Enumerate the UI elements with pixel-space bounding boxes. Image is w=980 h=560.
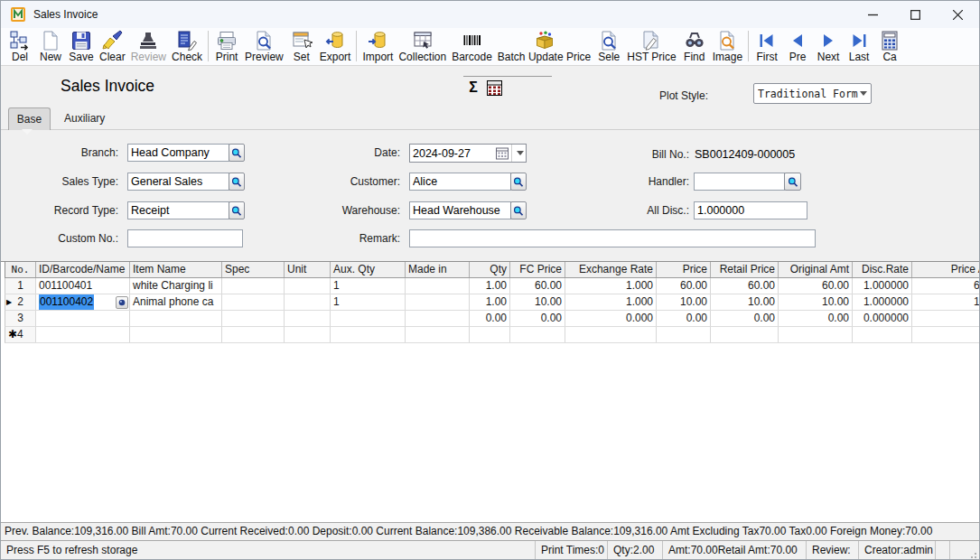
grid-cell-fc_price[interactable]: 0.00 [510,311,565,326]
date-input[interactable] [410,147,493,160]
grid-cell-retail_price[interactable]: 0.00 [711,311,779,326]
calendar-icon[interactable] [493,145,511,162]
grid-cell-price[interactable]: 0.00 [657,311,711,326]
grid-cell-aux_qty[interactable]: 1 [331,294,406,310]
resize-grip[interactable] [965,541,979,560]
grid-cell-unit[interactable] [285,294,331,310]
remark-input[interactable] [409,229,816,247]
grid-cell-fc_price[interactable] [510,327,565,342]
grid-cell-fc_price[interactable]: 10.00 [510,294,565,310]
grid-cell-spec[interactable] [222,278,285,294]
grid-cell-exchange_rate[interactable] [565,327,657,342]
grid-cell-disc_rate[interactable]: 1.000000 [853,278,912,294]
grid-column-header-spec[interactable]: Spec [222,262,285,277]
toolbar-batch-update-price-button[interactable]: Batch Update Price [495,30,593,63]
toolbar-pre-button[interactable]: Pre [782,30,813,63]
grid-cell-price[interactable] [657,327,711,342]
grid-cell-disc_rate[interactable]: 0.000000 [853,311,912,326]
date-dropdown-button[interactable] [511,145,526,162]
grid-cell-disc_rate[interactable]: 1.000000 [853,294,912,310]
grid-column-header-price[interactable]: Price [657,262,711,277]
record-type-input[interactable] [127,201,229,219]
grid-cell-aux_qty[interactable] [331,327,406,342]
grid-column-header-item[interactable]: Item Name [130,262,222,277]
toolbar-export-button[interactable]: Export [317,30,354,63]
custom-no-input[interactable] [127,229,243,247]
grid-cell-unit[interactable] [285,278,331,294]
toolbar-find-button[interactable]: Find [679,30,710,63]
toolbar-import-button[interactable]: Import [359,30,396,63]
toolbar-image-button[interactable]: Image [710,30,745,63]
grid-cell-spec[interactable] [222,327,285,342]
grid-column-header-no[interactable]: No. [5,262,36,277]
sum-sigma-icon[interactable]: Σ [465,79,481,97]
grid-column-header-qty[interactable]: Qty [470,262,510,277]
tab-auxiliary[interactable]: Auxiliary [61,107,108,130]
toolbar-save-button[interactable]: Save [66,30,97,63]
handler-input[interactable] [694,173,785,191]
tab-base[interactable]: Base [8,107,51,130]
cell-lookup-button[interactable] [116,296,128,309]
toolbar-preview-button[interactable]: Preview [242,30,286,63]
grid-column-header-price_after[interactable]: Price After [912,262,979,277]
grid-cell-price[interactable]: 60.00 [657,278,711,294]
toolbar-first-button[interactable]: First [751,30,782,63]
grid-cell-original_amt[interactable]: 60.00 [779,278,853,294]
grid-column-header-original_amt[interactable]: Original Amt [779,262,853,277]
grid-column-header-made_in[interactable]: Made in [406,262,470,277]
grid-cell-aux_qty[interactable] [331,311,406,326]
customer-lookup-button[interactable] [510,173,527,191]
sales-type-input[interactable] [127,173,229,191]
grid-cell-id[interactable]: 001100401 [36,278,130,294]
branch-lookup-button[interactable] [229,144,245,162]
branch-input[interactable] [127,144,229,162]
grid-cell-unit[interactable] [285,327,331,342]
calc-grid-icon[interactable] [487,80,502,96]
grid-column-header-exchange_rate[interactable]: Exchange Rate [565,262,657,277]
date-picker[interactable] [409,144,527,163]
grid-cell-qty[interactable] [470,327,510,342]
grid-cell-id[interactable] [36,327,130,342]
toolbar-ca-button[interactable]: Ca [874,30,905,63]
toolbar-collection-button[interactable]: Collection [396,30,449,63]
toolbar-review-button[interactable]: Review [128,30,169,63]
grid-cell-original_amt[interactable]: 0.00 [779,311,853,326]
handler-lookup-button[interactable] [784,173,801,191]
warehouse-input[interactable] [409,201,511,219]
grid-cell-made_in[interactable] [406,294,470,310]
grid-column-header-aux_qty[interactable]: Aux. Qty [331,262,406,277]
grid-cell-made_in[interactable] [406,278,470,294]
grid-cell-price[interactable]: 10.00 [657,294,711,310]
grid-cell-made_in[interactable] [406,327,470,342]
grid-cell-qty[interactable]: 0.00 [470,311,510,326]
toolbar-new-button[interactable]: New [35,30,66,63]
grid-cell-price_after[interactable]: 0.00 [912,311,979,326]
toolbar-next-button[interactable]: Next [813,30,844,63]
grid-cell-id[interactable] [36,311,130,326]
grid-cell-disc_rate[interactable] [853,327,912,342]
grid-column-header-id[interactable]: ID/Barcode/Name [36,262,130,277]
grid-cell-aux_qty[interactable]: 1 [331,278,406,294]
grid-cell-no[interactable]: ▶2 [5,294,36,310]
grid-cell-no[interactable]: ✱4 [5,327,36,342]
toolbar-hst-price-button[interactable]: HST Price [624,30,678,63]
warehouse-lookup-button[interactable] [510,201,527,219]
all-disc-input[interactable] [694,201,807,219]
grid-cell-id[interactable]: 001100402 [36,294,130,310]
grid-cell-no[interactable]: 3 [5,311,36,326]
grid-cell-item[interactable] [130,327,222,342]
toolbar-clear-button[interactable]: Clear [97,30,128,63]
grid-cell-qty[interactable]: 1.00 [470,294,510,310]
grid-column-header-unit[interactable]: Unit [285,262,331,277]
grid-cell-retail_price[interactable] [711,327,779,342]
toolbar-print-button[interactable]: Print [211,30,242,63]
grid-column-header-retail_price[interactable]: Retail Price [711,262,779,277]
grid-cell-item[interactable]: Animal phone ca [130,294,222,310]
toolbar-set-button[interactable]: Set [286,30,317,63]
record-type-lookup-button[interactable] [229,201,245,219]
grid-cell-made_in[interactable] [406,311,470,326]
grid-cell-qty[interactable]: 1.00 [470,278,510,294]
toolbar-last-button[interactable]: Last [844,30,874,63]
customer-input[interactable] [409,173,511,191]
grid-cell-exchange_rate[interactable]: 1.000 [565,278,657,294]
